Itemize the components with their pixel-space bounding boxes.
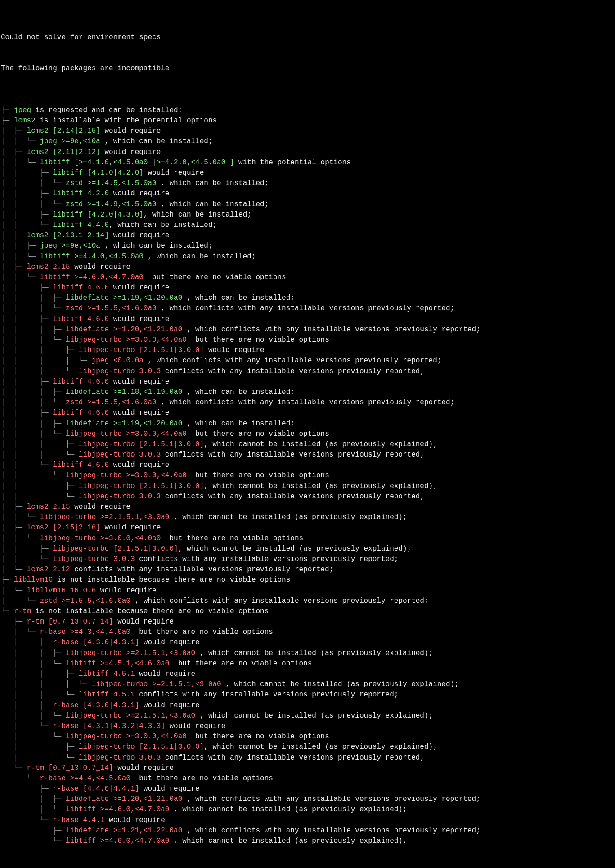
package-spec: jpeg >=9e,<10a <box>40 137 100 145</box>
tree-row: │ │ │ ├─ libjpeg-turbo [2.1.5.1|3.0.0], … <box>1 439 614 450</box>
resolution-text: conflicts with any installable versions … <box>161 367 424 375</box>
package-spec: libjpeg-turbo >=2.1.5.1,<3.0a0 <box>92 680 221 688</box>
tree-branch-icon: │ ├─ <box>1 148 27 156</box>
resolution-text: conflicts with any installable versions … <box>161 451 424 459</box>
tree-row: ├─ jpeg is requested and can be installe… <box>1 105 614 116</box>
tree-row: │ │ │ ├─ libjpeg-turbo [2.1.5.1|3.0.0] w… <box>1 345 614 356</box>
package-spec: libjpeg-turbo 3.0.3 <box>53 555 135 563</box>
resolution-text: would require <box>109 231 169 240</box>
package-spec: libjpeg-turbo [2.1.5.1|3.0.0] <box>79 440 204 448</box>
resolution-text: , which can be installed; <box>157 179 269 187</box>
tree-branch-icon: │ └─ <box>1 587 27 595</box>
package-spec: libtiff 4.5.1 <box>79 691 135 699</box>
resolution-text: , which conflicts with any installable v… <box>157 304 455 312</box>
tree-branch-icon: │ │ ├─ <box>1 284 53 292</box>
resolution-text: would require <box>139 785 199 793</box>
tree-branch-icon: ├─ <box>1 827 66 835</box>
tree-branch-icon: │ │ │ └─ <box>1 179 66 187</box>
tree-branch-icon: │ │ └─ <box>1 712 66 720</box>
tree-branch-icon: │ │ └─ <box>1 221 53 229</box>
tree-branch-icon: │ │ └─ <box>1 660 66 668</box>
tree-row: │ │ │ └─ zstd >=1.4.9,<1.5.0a0 , which c… <box>1 199 614 210</box>
resolution-text: , which can be installed; <box>182 388 295 396</box>
tree-branch-icon: │ │ │ │ └─ <box>1 357 92 365</box>
tree-row: │ └─ libllvm16 16.0.6 would require <box>1 586 614 596</box>
tree-row: └─ r-base 4.4.1 would require <box>1 815 614 826</box>
resolution-text: would require <box>113 764 174 772</box>
tree-row: │ └─ lcms2 2.12 conflicts with any insta… <box>1 565 614 575</box>
package-spec: lcms2 2.15 <box>27 503 70 511</box>
package-spec: libdeflate >=1.19,<1.20.0a0 <box>66 294 182 302</box>
tree-branch-icon: │ │ └─ <box>1 691 79 699</box>
package-spec: libtiff [>=4.1.0,<4.5.0a0 |>=4.2.0,<4.5.… <box>40 158 234 167</box>
resolution-text: would require <box>109 315 169 323</box>
tree-row: │ │ │ ├─ libdeflate >=1.20,<1.21.0a0 , w… <box>1 325 614 335</box>
tree-row: │ ├─ lcms2 [2.14|2.15] would require <box>1 126 614 136</box>
resolution-text: would require <box>113 618 174 626</box>
tree-row: │ │ └─ libjpeg-turbo >=2.1.5.1,<3.0a0 , … <box>1 512 614 523</box>
tree-branch-icon: │ │ ├─ <box>1 545 53 553</box>
tree-row: │ │ └─ libjpeg-turbo >=3.0.0,<4.0a0 but … <box>1 470 614 481</box>
resolution-text: , which conflicts with any installable v… <box>182 827 480 835</box>
tree-row: │ │ │ ├─ libdeflate >=1.19,<1.20.0a0 , w… <box>1 293 614 303</box>
tree-row: │ │ │ └─ libjpeg-turbo >=3.0.0,<4.0a0 bu… <box>1 335 614 345</box>
tree-row: │ │ ├─ libtiff 4.6.0 would require <box>1 314 614 325</box>
tree-row: │ │ ├─ libtiff 4.2.0 would require <box>1 189 614 199</box>
resolution-text: but there are no viable options <box>187 336 329 344</box>
resolution-text: , which cannot be installed (as previous… <box>169 837 407 845</box>
package-spec: libtiff 4.6.0 <box>53 409 109 417</box>
tree-branch-icon: │ └─ <box>1 805 66 814</box>
tree-row: │ │ └─ libtiff >=4.4.0,<4.5.0a0 , which … <box>1 252 614 262</box>
package-spec: r-base [4.3.0|4.3.1] <box>53 701 139 710</box>
resolution-text: , which cannot be installed (as previous… <box>169 513 407 521</box>
tree-branch-icon: │ │ ├─ <box>1 482 79 490</box>
package-spec: lcms2 2.12 <box>27 565 70 574</box>
package-spec: libllvm16 <box>14 576 53 584</box>
package-spec: libjpeg-turbo >=2.1.5.1,<3.0a0 <box>40 513 169 521</box>
resolution-text: but there are no viable options <box>130 628 273 636</box>
package-spec: r-base >=4.4,<4.5.0a0 <box>40 774 130 782</box>
resolution-text: but there are no viable options <box>187 430 329 438</box>
package-spec: jpeg <box>14 106 31 114</box>
tree-branch-icon: │ │ └─ <box>1 461 53 469</box>
tree-row: │ │ └─ libjpeg-turbo >=3.0.0,<4.0a0 but … <box>1 533 614 544</box>
package-spec: libtiff 4.6.0 <box>53 315 109 323</box>
tree-branch-icon: │ │ └─ <box>1 513 40 521</box>
resolution-text: , which can be installed; <box>109 221 217 229</box>
tree-row: │ ├─ r-base [4.3.0|4.3.1] would require <box>1 701 614 711</box>
package-spec: libjpeg-turbo >=3.0.0,<4.0a0 <box>66 471 187 479</box>
resolution-text: , which can be installed; <box>182 420 295 428</box>
package-spec: lcms2 [2.13.1|2.14] <box>27 231 109 240</box>
tree-branch-icon: │ ├─ <box>1 701 53 710</box>
tree-branch-icon: │ ├─ <box>1 263 27 271</box>
resolution-text: but there are no viable options <box>161 534 303 542</box>
resolution-text: , which can be installed; <box>182 294 295 302</box>
error-header-1: Could not solve for environment specs <box>1 32 614 43</box>
tree-branch-icon: │ ├─ <box>1 503 27 511</box>
package-spec: libjpeg-turbo >=3.0.0,<4.0a0 <box>66 336 187 344</box>
tree-branch-icon: │ │ │ └─ <box>1 336 66 344</box>
tree-branch-icon: ├─ <box>1 785 53 793</box>
tree-row: │ │ └─ libjpeg-turbo >=2.1.5.1,<3.0a0 , … <box>1 711 614 721</box>
resolution-text: would require <box>204 346 264 354</box>
package-spec: libjpeg-turbo 3.0.3 <box>79 367 161 375</box>
package-spec: libtiff 4.6.0 <box>53 284 109 292</box>
tree-row: │ │ └─ libtiff [>=4.1.0,<4.5.0a0 |>=4.2.… <box>1 158 614 168</box>
package-spec: r-tm <box>14 607 31 615</box>
tree-branch-icon: │ │ │ ├─ <box>1 420 66 428</box>
package-spec: r-tm [0.7_13|0.7_14] <box>27 764 113 772</box>
package-spec: libjpeg-turbo 3.0.3 <box>79 451 161 459</box>
package-spec: libjpeg-turbo >=3.0.0,<4.0a0 <box>66 732 187 741</box>
tree-branch-icon: │ │ │ └─ <box>1 200 66 208</box>
tree-row: │ │ ├─ libjpeg-turbo >=2.1.5.1,<3.0a0 , … <box>1 648 614 659</box>
tree-row: │ ├─ lcms2 [2.11|2.12] would require <box>1 147 614 158</box>
resolution-text: , which can be installed; <box>144 253 256 261</box>
tree-branch-icon: └─ <box>1 764 27 772</box>
resolution-text: , which cannot be installed (as previous… <box>204 440 437 448</box>
resolution-text: but there are no viable options <box>144 273 286 281</box>
tree-branch-icon: │ │ └─ <box>1 534 40 542</box>
tree-branch-icon: │ │ │ └─ <box>1 430 66 438</box>
resolution-text: but there are no viable options <box>169 660 312 668</box>
tree-row: │ └─ r-base >=4.3,<4.4.0a0 but there are… <box>1 627 614 637</box>
resolution-text: , which conflicts with any installable v… <box>144 357 442 365</box>
